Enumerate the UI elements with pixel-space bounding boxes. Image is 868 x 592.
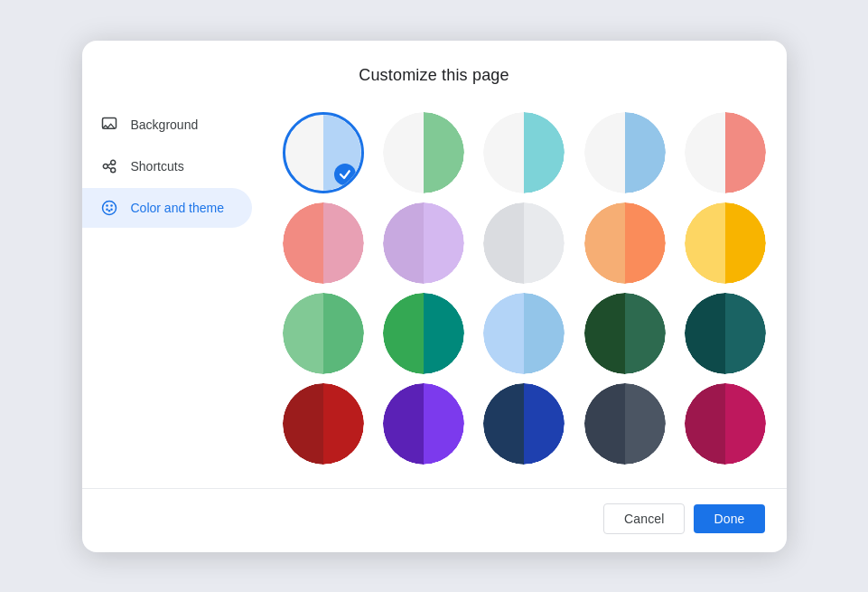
color-circle-mint-split[interactable] (283, 293, 364, 374)
color-circle-white-skyblue[interactable] (584, 112, 666, 193)
color-option[interactable] (277, 202, 370, 284)
color-circle-navy-split[interactable] (483, 383, 565, 465)
background-icon (100, 116, 118, 134)
color-circle-pink-left[interactable] (283, 202, 364, 284)
color-option[interactable] (478, 293, 571, 374)
color-option[interactable] (478, 202, 571, 284)
sidebar: Background Shortcuts (82, 96, 263, 488)
dialog-footer: Cancel Done (82, 488, 787, 552)
color-option[interactable] (578, 112, 671, 193)
sidebar-color-theme-label: Color and theme (131, 201, 225, 215)
color-option[interactable] (277, 383, 370, 465)
color-circle-orange-split[interactable] (584, 202, 666, 284)
color-circle-darkteal-solid[interactable] (685, 293, 766, 374)
color-option[interactable] (678, 202, 771, 284)
color-circle-purple-split[interactable] (383, 202, 464, 284)
sidebar-item-shortcuts[interactable]: Shortcuts (82, 146, 252, 186)
sidebar-item-color-and-theme[interactable]: Color and theme (82, 188, 252, 228)
svg-point-1 (103, 164, 107, 168)
color-option[interactable] (378, 383, 471, 465)
svg-point-8 (110, 204, 113, 207)
palette-icon (100, 199, 118, 217)
selected-checkmark (334, 164, 356, 185)
customize-dialog: Customize this page Background (82, 41, 787, 552)
color-option[interactable] (277, 112, 370, 193)
color-option[interactable] (478, 383, 571, 465)
color-circle-gray-split[interactable] (483, 202, 565, 284)
shortcuts-icon (100, 157, 118, 175)
color-option[interactable] (578, 383, 671, 465)
color-circle-purple-dark-split[interactable] (383, 383, 464, 465)
color-circle-teal-split[interactable] (383, 293, 464, 374)
dialog-body: Background Shortcuts (82, 96, 787, 488)
svg-point-6 (102, 201, 116, 214)
color-option[interactable] (378, 112, 471, 193)
svg-point-10 (110, 208, 113, 211)
color-option[interactable] (478, 112, 571, 193)
sidebar-shortcuts-label: Shortcuts (131, 159, 184, 174)
color-option[interactable] (678, 112, 771, 193)
color-option[interactable] (277, 293, 370, 374)
color-circle-lightblue-split[interactable] (483, 293, 565, 374)
sidebar-background-label: Background (131, 117, 199, 132)
color-option[interactable] (578, 293, 671, 374)
svg-point-2 (110, 160, 115, 164)
color-grid-container (263, 96, 787, 488)
color-circle-crimson-split[interactable] (283, 383, 364, 465)
color-option[interactable] (678, 383, 771, 465)
color-grid (277, 105, 772, 479)
color-option[interactable] (378, 202, 471, 284)
svg-point-3 (110, 167, 115, 172)
sidebar-item-background[interactable]: Background (82, 105, 252, 145)
svg-line-4 (107, 164, 110, 165)
svg-line-5 (107, 166, 110, 168)
svg-point-9 (106, 208, 108, 211)
color-option[interactable] (578, 202, 671, 284)
done-button[interactable]: Done (694, 504, 764, 533)
color-circle-white-blue[interactable] (283, 112, 364, 193)
color-option[interactable] (378, 293, 471, 374)
color-circle-white-pink[interactable] (685, 112, 766, 193)
color-circle-white-teal[interactable] (483, 112, 565, 193)
color-option[interactable] (678, 293, 771, 374)
dialog-title: Customize this page (82, 41, 787, 96)
color-circle-darkgreen-solid[interactable] (584, 293, 666, 374)
svg-point-11 (107, 210, 110, 212)
color-circle-magenta-split[interactable] (685, 383, 766, 465)
color-circle-yellow-split[interactable] (685, 202, 766, 284)
svg-point-7 (106, 204, 108, 207)
color-circle-white-green[interactable] (383, 112, 464, 193)
cancel-button[interactable]: Cancel (603, 503, 685, 534)
color-circle-charcoal-split[interactable] (584, 383, 666, 465)
